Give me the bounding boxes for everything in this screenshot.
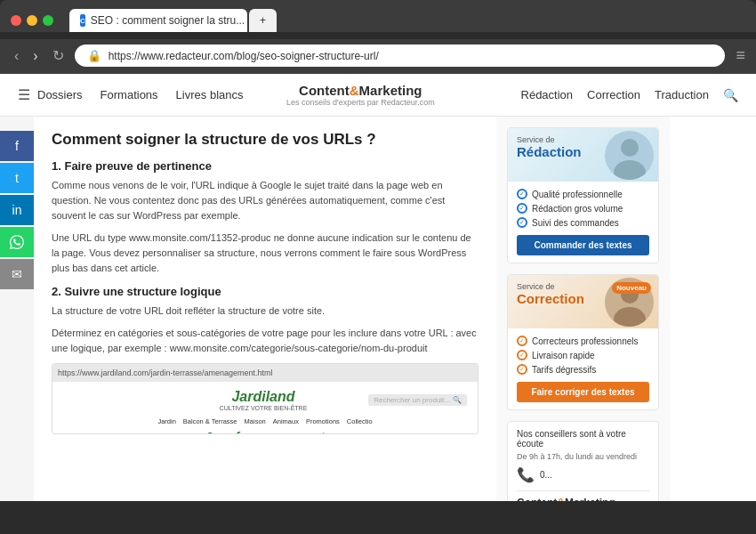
service-correction-name: Correction	[517, 291, 584, 306]
service-correction-card: Service de Correction Nouveau ✓ Correcte…	[507, 274, 659, 410]
service-item-label-3: Suivi des commandes	[532, 218, 619, 228]
email-share-button[interactable]: ✉	[0, 259, 34, 289]
article-title: Comment soigner la structure de vos URLs…	[52, 131, 479, 149]
browser-menu-icon[interactable]: ≡	[736, 46, 745, 65]
logo-ampersand: &	[350, 83, 359, 98]
address-bar-row: ‹ › ↻ 🔒 https://www.redacteur.com/blog/s…	[0, 39, 756, 74]
nav-traduction[interactable]: Traduction	[655, 88, 709, 101]
contact-hours: De 9h à 17h, du lundi au vendredi	[517, 452, 649, 461]
correction-item-3: ✓ Tarifs dégressifs	[517, 364, 649, 375]
bottom-logo-area: Content&Marketing Les conseils d'experts…	[517, 490, 649, 501]
jardiland-menu-collectio[interactable]: Collectio	[347, 417, 373, 425]
correction-item-2: ✓ Livraison rapide	[517, 350, 649, 360]
close-button[interactable]	[11, 15, 21, 26]
bottom-logo-marketing: Marketing	[565, 497, 615, 501]
bottom-logo-content: Content	[517, 497, 557, 501]
phone-number: 0...	[540, 470, 552, 480]
bottom-logo-amp: &	[557, 497, 565, 501]
section2-para2: Déterminez en catégories et sous-catégor…	[52, 326, 479, 356]
contact-text: Nos conseillers sont à votre écoute	[517, 429, 649, 449]
url-text: https://www.redacteur.com/blog/seo-soign…	[109, 50, 379, 62]
search-icon[interactable]: 🔍	[723, 88, 738, 102]
contact-phone-row: 📞 0...	[517, 466, 649, 483]
screenshot-addressbar: https://www.jardiland.com/jardin-terrass…	[52, 364, 478, 382]
active-tab[interactable]: C SEO : comment soigner la stru... ✕	[69, 9, 247, 32]
facebook-share-button[interactable]: f	[0, 131, 34, 161]
site-navbar: ☰ Dossiers Formations Livres blancs Cont…	[0, 74, 756, 117]
lock-icon: 🔒	[87, 49, 101, 62]
tabs-bar: C SEO : comment soigner la stru... ✕ +	[69, 9, 277, 32]
logo-subtitle: Les conseils d'experts par Redacteur.com	[286, 98, 435, 107]
service-redaction-header: Service de Rédaction	[508, 128, 658, 182]
site-logo[interactable]: Content&Marketing Les conseils d'experts…	[286, 83, 435, 107]
refresh-button[interactable]: ↻	[49, 45, 68, 66]
nav-redaction[interactable]: Rédaction	[521, 88, 574, 101]
amenagement-title: Aménagement	[60, 429, 470, 434]
bottom-logo-text: Content&Marketing	[517, 497, 649, 501]
nav-correction[interactable]: Correction	[587, 88, 640, 101]
content-area: f t in ✉ Comment soigner la structure de…	[0, 117, 756, 501]
jardiland-logo: Jardiland CULTIVEZ VOTRE BIEN-ÊTRE	[193, 385, 334, 415]
jardiland-menu-balcon[interactable]: Balcon & Terrasse	[183, 417, 237, 425]
screenshot-url: https://www.jardiland.com/jardin-terrass…	[58, 368, 273, 377]
correction-item-1: ✓ Correcteurs professionnels	[517, 336, 649, 346]
section1-heading: 1. Faire preuve de pertinence	[52, 159, 479, 173]
jardiland-name: Jardiland	[197, 389, 330, 405]
service-item-1: ✓ Qualité professionnelle	[517, 189, 649, 199]
jardiland-nav: Jardin Balcon & Terrasse Maison Animaux …	[60, 417, 470, 425]
new-tab[interactable]: +	[249, 9, 277, 32]
section2-heading: 2. Suivre une structure logique	[52, 285, 479, 298]
jardiland-menu-maison[interactable]: Maison	[245, 417, 266, 425]
maximize-button[interactable]	[43, 15, 53, 26]
website: ☰ Dossiers Formations Livres blancs Cont…	[0, 74, 756, 501]
nav-left: Dossiers Formations Livres blancs	[37, 88, 243, 101]
traffic-lights	[11, 15, 53, 26]
jardiland-menu-animaux[interactable]: Animaux	[273, 417, 299, 425]
back-button[interactable]: ‹	[11, 46, 22, 66]
nav-formations[interactable]: Formations	[101, 88, 158, 101]
screenshot-content: Jardiland CULTIVEZ VOTRE BIEN-ÊTRE Reche…	[52, 382, 478, 434]
jardiland-menu-promos[interactable]: Promotions	[306, 417, 340, 425]
address-bar[interactable]: 🔒 https://www.redacteur.com/blog/seo-soi…	[75, 44, 726, 67]
twitter-share-button[interactable]: t	[0, 163, 34, 193]
jardiland-search-icon[interactable]: 🔍	[453, 396, 462, 404]
service-item-3: ✓ Suivi des commandes	[517, 217, 649, 228]
minimize-button[interactable]	[27, 15, 37, 26]
nav-dossiers[interactable]: Dossiers	[37, 88, 83, 101]
check-icon-c1: ✓	[517, 336, 527, 346]
nav-right: Rédaction Correction Traduction 🔍	[521, 88, 738, 102]
jardiland-search-input[interactable]: Rechercher un produit...	[374, 396, 450, 404]
check-icon-c2: ✓	[517, 350, 527, 360]
linkedin-share-button[interactable]: in	[0, 195, 34, 225]
nouveau-badge: Nouveau	[612, 282, 651, 294]
check-icon-c3: ✓	[517, 364, 527, 375]
jardiland-tagline: CULTIVEZ VOTRE BIEN-ÊTRE	[197, 405, 330, 411]
corriger-textes-button[interactable]: Faire corriger des textes	[517, 382, 649, 402]
tab-favicon: C	[80, 14, 85, 27]
check-icon-1: ✓	[517, 189, 527, 199]
service-redaction-title-area: Service de Rédaction	[517, 135, 582, 159]
service-correction-title-area: Service de Correction	[517, 282, 584, 306]
nav-livres-blancs[interactable]: Livres blancs	[176, 88, 244, 101]
contact-info-card: Nos conseillers sont à votre écoute De 9…	[507, 421, 659, 501]
whatsapp-share-button[interactable]	[0, 227, 34, 257]
check-icon-2: ✓	[517, 203, 527, 214]
svg-point-1	[614, 160, 646, 180]
service-item-label-2: Rédaction gros volume	[532, 204, 623, 214]
section1-para2: Une URL du type www.monsite.com/11352-pr…	[52, 231, 479, 276]
section1-para1: Comme nous venons de le voir, l'URL indi…	[52, 178, 479, 223]
social-sidebar: f t in ✉	[0, 117, 34, 501]
commander-textes-button[interactable]: Commander des textes	[517, 235, 649, 255]
service-redaction-card: Service de Rédaction ✓ Qualité professio…	[507, 127, 659, 263]
correction-item-label-3: Tarifs dégressifs	[532, 365, 596, 375]
person-image	[605, 131, 654, 180]
jardiland-menu-jardin[interactable]: Jardin	[157, 417, 175, 425]
service-item-label-1: Qualité professionnelle	[532, 190, 623, 199]
correction-item-label-2: Livraison rapide	[532, 351, 595, 360]
hamburger-menu[interactable]: ☰	[18, 86, 30, 103]
logo-marketing: Marketing	[359, 83, 422, 98]
forward-button[interactable]: ›	[29, 46, 41, 66]
svg-point-3	[614, 307, 646, 327]
article-content: Comment soigner la structure de vos URLs…	[34, 117, 496, 501]
new-tab-icon: +	[260, 14, 266, 27]
